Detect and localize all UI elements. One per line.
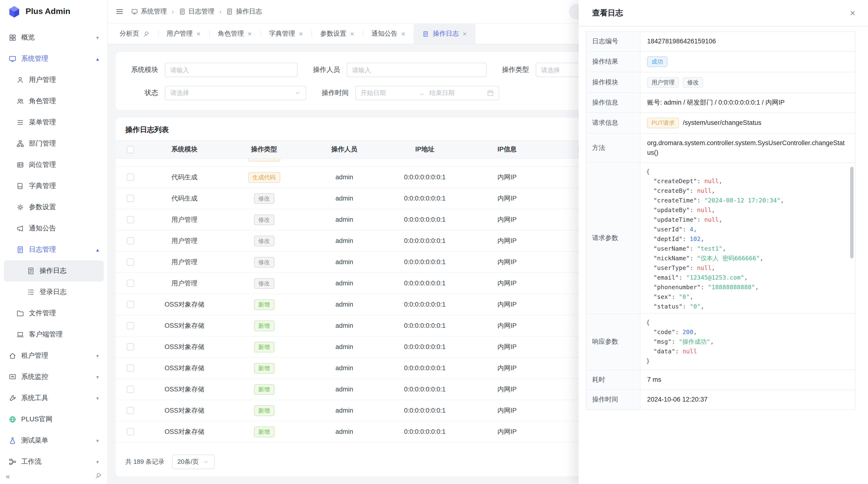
tab-dict-mgmt[interactable]: 字典管理 × (260, 24, 311, 44)
cell-ip: 0:0:0:0:0:0:0:1 (385, 195, 465, 202)
close-icon[interactable]: × (299, 30, 303, 38)
tab-operation-log[interactable]: 操作日志 × (414, 24, 475, 44)
sidebar-item-system-mgmt[interactable]: 系统管理 ▴ (4, 48, 104, 69)
close-icon[interactable]: × (196, 30, 200, 38)
row-checkbox[interactable] (127, 195, 134, 202)
sidebar-item-file-mgmt[interactable]: 文件管理 (4, 303, 104, 324)
close-icon[interactable]: × (463, 30, 467, 38)
module-value: 用户管理 修改 (641, 72, 855, 93)
sidebar-item-label: 岗位管理 (29, 161, 99, 169)
sidebar-item-menu-mgmt[interactable]: 菜单管理 (4, 112, 104, 133)
code-line: { (646, 167, 849, 176)
sidebar-item-post-mgmt[interactable]: 岗位管理 (4, 154, 104, 175)
cell-type: 新增 (224, 426, 304, 437)
cell-ip-info: 内网IP (465, 385, 549, 394)
sidebar-item-client-mgmt[interactable]: 客户端管理 (4, 324, 104, 345)
tab-param-settings[interactable]: 参数设置 × (311, 24, 363, 44)
sidebar-item-label: PLUS官网 (21, 415, 99, 424)
row-checkbox[interactable] (127, 216, 134, 223)
sidebar-item-system-monitor[interactable]: 系统监控 ▾ (4, 366, 104, 388)
filter-label: 系统模块 (127, 66, 158, 74)
collapse-sidebar-button[interactable]: « (6, 472, 10, 480)
row-checkbox-cell (116, 322, 145, 329)
sidebar-item-user-mgmt[interactable]: 用户管理 (4, 69, 104, 91)
close-icon[interactable]: × (850, 8, 856, 18)
page-size-select[interactable]: 20条/页 (172, 455, 215, 469)
row-checkbox[interactable] (127, 174, 134, 181)
sidebar-item-operation-log[interactable]: 操作日志 (4, 260, 104, 282)
filter-status: 状态 请选择 (127, 86, 306, 100)
code-line: "updateBy": null, (646, 205, 849, 215)
cell-ip-info: 内网IP (465, 258, 549, 266)
code-line: } (646, 356, 849, 366)
cell-operator: admin (304, 301, 385, 308)
cell-ip-info: 内网IP (465, 215, 549, 224)
id-badge-icon (17, 161, 24, 169)
row-checkbox[interactable] (127, 344, 134, 351)
sidebar-item-role-mgmt[interactable]: 角色管理 (4, 91, 104, 112)
tab-analysis[interactable]: 分析页 (111, 24, 158, 44)
sidebar-item-param-settings[interactable]: 参数设置 (4, 197, 104, 218)
row-checkbox[interactable] (127, 365, 134, 372)
request-params-value: { "createDept": null, "createBy": null, … (641, 163, 855, 313)
close-icon[interactable]: × (248, 30, 251, 38)
sidebar-item-login-log[interactable]: 登录日志 (4, 282, 104, 303)
tab-notice[interactable]: 通知公告 × (363, 24, 414, 44)
row-checkbox[interactable] (127, 428, 134, 435)
row-checkbox[interactable] (127, 280, 134, 287)
op-type-badge: 新增 (254, 405, 274, 416)
code-line: "userType": null, (646, 263, 849, 273)
sidebar-item-overview[interactable]: 概览 ▾ (4, 27, 104, 48)
breadcrumb-label: 操作日志 (236, 7, 262, 16)
row-checkbox[interactable] (127, 386, 134, 393)
op-type-badge: 修改 (254, 235, 274, 246)
breadcrumb-item-system-mgmt[interactable]: 系统管理 (131, 7, 167, 16)
row-checkbox[interactable] (127, 237, 134, 245)
op-type-badge: 修改 (254, 193, 274, 204)
sidebar-item-test-menu[interactable]: 测试菜单 ▾ (4, 430, 104, 451)
sidebar-item-workflow[interactable]: 工作流 ▾ (4, 451, 104, 467)
hamburger-icon[interactable] (116, 8, 123, 15)
row-checkbox[interactable] (127, 259, 134, 266)
tab-role-mgmt[interactable]: 角色管理 × (209, 24, 260, 44)
code-line: "msg": "操作成功", (646, 337, 849, 347)
sidebar-item-log-mgmt[interactable]: 日志管理 ▴ (4, 239, 104, 260)
breadcrumb-item-log-mgmt[interactable]: 日志管理 (179, 7, 214, 16)
pin-sidebar-icon[interactable] (95, 473, 102, 479)
sidebar-item-label: 概览 (21, 33, 91, 42)
cell-type: 修改 (224, 193, 304, 204)
tab-user-mgmt[interactable]: 用户管理 × (158, 24, 209, 44)
tab-label: 用户管理 (166, 29, 193, 38)
op-type-badge: 新增 (254, 320, 274, 331)
row-checkbox[interactable] (127, 301, 134, 308)
operator-input[interactable] (347, 63, 487, 77)
cell-module: OSS对象存储 (145, 427, 224, 436)
row-checkbox[interactable] (127, 407, 134, 414)
sidebar-item-tenant-mgmt[interactable]: 租户管理 ▾ (4, 345, 104, 366)
cell-module: 代码生成 (145, 194, 224, 203)
row-checkbox[interactable] (127, 322, 134, 329)
system-module-input[interactable] (165, 63, 298, 77)
breadcrumb-label: 日志管理 (188, 7, 214, 16)
sidebar-item-plus-website[interactable]: PLUS官网 (4, 409, 104, 430)
tab-label: 分析页 (120, 29, 139, 38)
app-logo[interactable]: Plus Admin (0, 0, 107, 23)
cell-type: 新增 (224, 342, 304, 352)
scrollbar-thumb[interactable] (850, 167, 854, 258)
cell-operator: admin (304, 216, 385, 223)
cell-operator: admin (304, 407, 385, 414)
cell-operator: admin (304, 386, 385, 393)
pin-icon[interactable] (143, 31, 149, 37)
breadcrumb-item-operation-log[interactable]: 操作日志 (226, 7, 262, 16)
status-select[interactable]: 请选择 (165, 86, 306, 100)
sidebar-item-label: 租户管理 (21, 351, 91, 360)
sidebar-item-system-tools[interactable]: 系统工具 ▾ (4, 388, 104, 409)
sidebar-item-dept-mgmt[interactable]: 部门管理 (4, 133, 104, 154)
op-time-range-picker[interactable]: 开始日期 → 结束日期 (355, 86, 499, 100)
close-icon[interactable]: × (350, 30, 354, 38)
sidebar-item-notice[interactable]: 通知公告 (4, 218, 104, 239)
sidebar-item-dict-mgmt[interactable]: 字典管理 (4, 175, 104, 197)
select-all-checkbox[interactable] (127, 146, 134, 153)
close-icon[interactable]: × (401, 30, 405, 38)
sidebar-item-label: 参数设置 (29, 203, 99, 212)
